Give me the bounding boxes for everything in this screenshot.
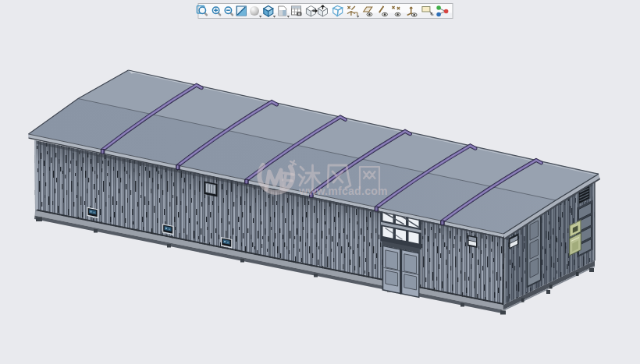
svg-text:www.mfcad.com: www.mfcad.com: [298, 185, 388, 197]
